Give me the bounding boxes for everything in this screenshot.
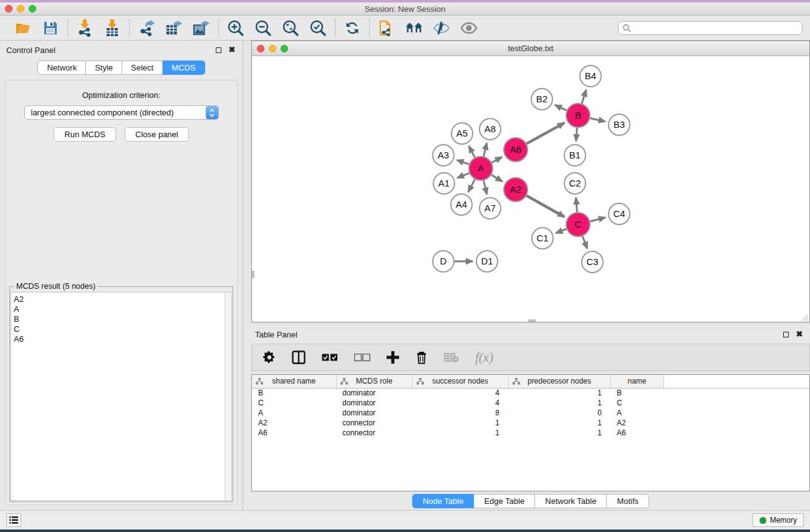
tab-network[interactable]: Network — [37, 60, 86, 75]
save-session-icon[interactable] — [42, 19, 59, 37]
zoom-selected-icon[interactable] — [309, 19, 327, 37]
result-item[interactable]: A2 — [14, 294, 231, 304]
edge-C-C3[interactable] — [582, 236, 587, 249]
node-B[interactable]: B — [566, 104, 590, 127]
import-network-icon[interactable] — [76, 19, 94, 37]
edge-B-B2[interactable] — [555, 105, 567, 110]
result-item[interactable]: A6 — [14, 334, 231, 344]
node-A5[interactable]: A5 — [451, 123, 473, 144]
add-column-icon[interactable] — [387, 351, 399, 364]
zoom-in-icon[interactable] — [227, 19, 244, 37]
export-network-icon[interactable] — [138, 19, 155, 37]
node-A7[interactable]: A7 — [480, 198, 501, 219]
export-table-icon[interactable] — [165, 19, 183, 37]
edge-A-A8[interactable] — [484, 143, 487, 156]
maximize-window-button[interactable] — [29, 5, 36, 12]
result-item[interactable]: A — [14, 304, 231, 314]
table-tab-network-table[interactable]: Network Table — [535, 494, 607, 508]
tab-mcds[interactable]: MCDS — [163, 60, 205, 75]
node-B2[interactable]: B2 — [531, 89, 552, 110]
edge-A-A4[interactable] — [468, 180, 475, 192]
canvas-left-handle[interactable] — [252, 271, 254, 278]
close-panel-button[interactable]: Close panel — [125, 127, 189, 142]
edge-C-C4[interactable] — [590, 218, 605, 221]
float-panel-icon[interactable] — [214, 46, 223, 54]
node-C3[interactable]: C3 — [582, 251, 603, 273]
edge-A-A5[interactable] — [469, 146, 475, 157]
mcds-result-list[interactable]: A2ABCA6 — [11, 292, 232, 501]
node-C4[interactable]: C4 — [609, 203, 630, 225]
table-tab-edge-table[interactable]: Edge Table — [474, 494, 535, 508]
network-maximize-button[interactable] — [281, 45, 288, 52]
node-B3[interactable]: B3 — [609, 114, 630, 135]
column-header-shared-name[interactable]: shared name — [252, 375, 336, 388]
open-network-file-icon[interactable] — [378, 19, 395, 37]
node-A6[interactable]: A6 — [504, 138, 528, 162]
table-tab-motifs[interactable]: Motifs — [607, 494, 649, 508]
node-D1[interactable]: D1 — [476, 251, 498, 272]
edge-A-A1[interactable] — [457, 173, 469, 178]
node-A2[interactable]: A2 — [504, 178, 528, 201]
node-A1[interactable]: A1 — [433, 173, 455, 194]
deselect-all-icon[interactable] — [354, 354, 370, 362]
edge-A2-C[interactable] — [526, 196, 564, 217]
show-details-icon[interactable] — [460, 19, 478, 37]
node-A8[interactable]: A8 — [480, 118, 501, 140]
edge-B-B4[interactable] — [582, 90, 586, 104]
node-C1[interactable]: C1 — [532, 228, 553, 249]
delete-column-icon[interactable] — [415, 351, 428, 364]
column-header-predecessor-nodes[interactable]: predecessor nodes — [508, 375, 610, 388]
node-A3[interactable]: A3 — [433, 145, 454, 166]
edge-C-C2[interactable] — [576, 198, 577, 212]
node-D[interactable]: D — [433, 251, 454, 272]
node-C[interactable]: C — [566, 213, 590, 236]
zoom-out-icon[interactable] — [254, 19, 272, 37]
node-table-wrap[interactable]: shared nameMCDS rolesuccessor nodesprede… — [251, 374, 810, 491]
edge-A-A6[interactable] — [492, 157, 502, 163]
zoom-fit-icon[interactable] — [282, 19, 299, 37]
tab-style[interactable]: Style — [86, 60, 122, 75]
hide-details-icon[interactable] — [433, 19, 450, 37]
table-row[interactable]: A2connector11A2 — [252, 418, 809, 428]
node-B1[interactable]: B1 — [564, 145, 586, 166]
table-row[interactable]: Adominator80A — [252, 408, 809, 418]
node-B4[interactable]: B4 — [580, 65, 601, 87]
node-C2[interactable]: C2 — [564, 173, 586, 194]
edge-B-B3[interactable] — [591, 118, 605, 121]
edge-C-C1[interactable] — [556, 229, 566, 233]
table-row[interactable]: A6connector11A6 — [252, 428, 809, 438]
close-panel-icon[interactable]: ✖ — [228, 46, 236, 54]
search-input[interactable] — [631, 24, 798, 32]
memory-button[interactable]: Memory — [753, 513, 804, 527]
export-image-icon[interactable] — [193, 19, 210, 37]
column-header-name[interactable]: name — [610, 375, 663, 388]
delete-table-icon[interactable] — [444, 352, 459, 362]
node-A4[interactable]: A4 — [451, 194, 472, 215]
home-icon[interactable] — [405, 19, 423, 37]
task-history-button[interactable] — [6, 513, 21, 527]
optimization-dropdown[interactable]: largest connected component (directed) — [24, 105, 219, 120]
network-window-titlebar[interactable]: testGlobe.txt — [252, 41, 809, 56]
column-header-successor-nodes[interactable]: successor nodes — [412, 375, 508, 388]
import-table-icon[interactable] — [104, 19, 121, 37]
resize-grip[interactable] — [801, 314, 809, 321]
search-field[interactable] — [618, 21, 803, 35]
table-row[interactable]: Cdominator41C — [252, 398, 809, 408]
edge-A6-B[interactable] — [527, 123, 565, 143]
minimize-window-button[interactable] — [17, 5, 24, 12]
settings-gear-icon[interactable] — [263, 351, 276, 364]
edge-B-B1[interactable] — [576, 128, 577, 141]
table-close-icon[interactable]: ✖ — [795, 330, 804, 339]
select-all-icon[interactable] — [322, 354, 338, 362]
edge-A-A7[interactable] — [484, 180, 487, 194]
column-header-MCDS-role[interactable]: MCDS role — [336, 375, 412, 388]
run-mcds-button[interactable]: Run MCDS — [54, 127, 116, 142]
network-canvas[interactable]: B4B2BB3A8A5A6A3B1AA1C2A2A4A7C4CC1C3DD1 — [252, 56, 809, 322]
canvas-bottom-handle[interactable] — [528, 319, 536, 322]
close-window-button[interactable] — [5, 5, 12, 12]
result-item[interactable]: C — [14, 324, 231, 334]
node-A[interactable]: A — [469, 157, 493, 180]
tab-select[interactable]: Select — [122, 60, 163, 75]
table-float-icon[interactable] — [781, 330, 790, 339]
result-item[interactable]: B — [14, 314, 231, 324]
